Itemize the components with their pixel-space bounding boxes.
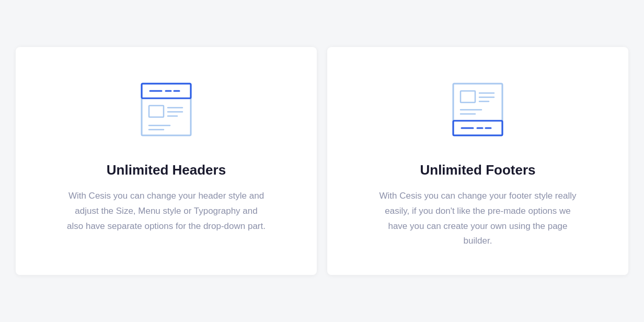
svg-rect-16 (461, 91, 475, 102)
footers-card-title: Unlimited Footers (420, 162, 535, 178)
svg-rect-5 (149, 106, 164, 117)
footers-card: Unlimited Footers With Cesis you can cha… (327, 47, 628, 275)
cards-container: Unlimited Headers With Cesis you can cha… (10, 42, 634, 281)
header-icon (130, 73, 203, 146)
headers-card: Unlimited Headers With Cesis you can cha… (16, 47, 317, 275)
headers-card-description: With Cesis you can change your header st… (67, 189, 266, 234)
footer-icon (441, 73, 514, 146)
footers-card-description: With Cesis you can change your footer st… (378, 189, 577, 249)
headers-card-title: Unlimited Headers (107, 162, 226, 178)
